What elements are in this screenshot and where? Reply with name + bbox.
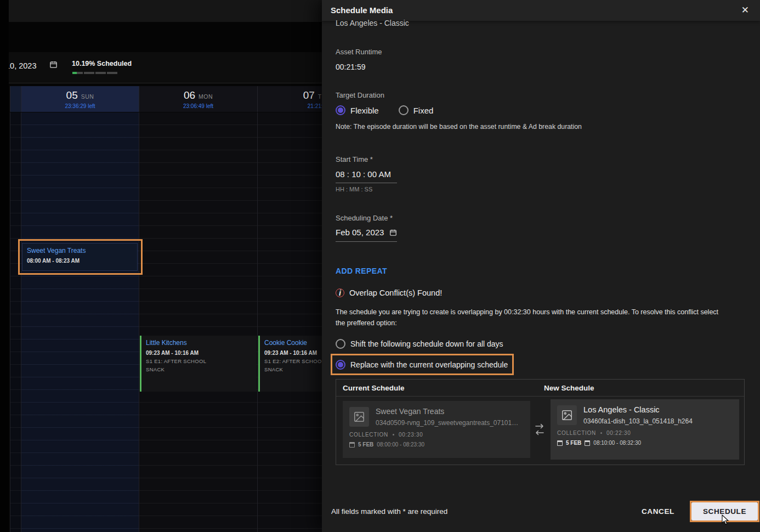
scheduling-date-input[interactable]: Feb 05, 2023 bbox=[336, 228, 397, 242]
app-window: 10, 2023 10.19% Scheduled 05 SUN 23:36:2… bbox=[0, 0, 760, 532]
event-time: 08:00 AM - 08:23 AM bbox=[27, 258, 133, 264]
option-shift-schedule[interactable]: Shift the following schedule down for al… bbox=[336, 339, 503, 349]
calendar-mini-icon bbox=[585, 440, 590, 446]
radio-fixed-icon[interactable] bbox=[399, 105, 409, 115]
current-schedule-card: Sweet Vegan Treats 034d0509-rvng_109_swe… bbox=[343, 401, 530, 458]
new-card-type: COLLECTION bbox=[557, 430, 596, 436]
asset-runtime-value: 00:21:59 bbox=[336, 63, 366, 71]
start-time-label: Start Time * bbox=[336, 155, 373, 163]
calendar-mini-icon bbox=[349, 442, 355, 448]
radio-flexible[interactable]: Flexible bbox=[336, 105, 379, 115]
start-time-input[interactable]: 08 : 10 : 00 AM bbox=[336, 169, 397, 183]
new-card-date: 5 FEB bbox=[566, 440, 581, 446]
radio-flexible-icon[interactable] bbox=[336, 105, 345, 115]
current-card-slot: 5 FEB 08:00:00 - 08:23:30 bbox=[349, 442, 524, 448]
calendar-mini-icon bbox=[557, 440, 563, 446]
event-little-kitchens[interactable]: Little Kitchens 09:23 AM - 10:16 AM S1 E… bbox=[140, 336, 257, 392]
radio-shift-icon[interactable] bbox=[336, 339, 345, 349]
duration-note: Note: The episode duration will be based… bbox=[336, 123, 582, 131]
start-time-hint: HH : MM : SS bbox=[336, 186, 372, 193]
warning-icon bbox=[336, 288, 344, 297]
option-shift-label: Shift the following schedule down for al… bbox=[350, 339, 503, 348]
modal-title: Schedule Media bbox=[331, 0, 393, 21]
channel-name: Los Angeles - Classic bbox=[336, 19, 409, 27]
target-duration-options: Flexible Fixed bbox=[336, 105, 433, 115]
event-episode-2: SNACK bbox=[146, 366, 252, 372]
day-number: 07 bbox=[303, 89, 315, 101]
event-title: Sweet Vegan Treats bbox=[27, 247, 133, 254]
dot-separator bbox=[393, 434, 394, 435]
calendar-date-label[interactable]: 10, 2023 bbox=[5, 61, 36, 70]
new-card-filename: 03460fa1-dish_103_la_051418_h264 bbox=[583, 417, 693, 425]
modal-header: Schedule Media ✕ bbox=[322, 0, 760, 21]
current-card-title: Sweet Vegan Treats bbox=[376, 407, 519, 416]
conflict-banner: Overlap Conflict(s) Found! bbox=[336, 288, 442, 297]
day-header-sunday[interactable]: 05 SUN 23:36:29 left bbox=[21, 86, 139, 112]
screenshot-torn-edge bbox=[0, 0, 9, 532]
conflict-description: The schedule you are trying to create is… bbox=[336, 307, 719, 329]
target-duration-label: Target Duration bbox=[336, 91, 384, 99]
date-picker-icon[interactable] bbox=[389, 229, 397, 236]
current-card-meta: COLLECTION 00:23:30 bbox=[349, 432, 524, 438]
current-card-date: 5 FEB bbox=[358, 442, 373, 448]
schedule-media-modal: Schedule Media ✕ Los Angeles - Classic A… bbox=[322, 0, 760, 532]
compare-panel-body: Sweet Vegan Treats 034d0509-rvng_109_swe… bbox=[336, 397, 744, 465]
option-replace-label: Replace with the current overlapping sch… bbox=[350, 360, 508, 369]
cancel-button[interactable]: CANCEL bbox=[642, 507, 674, 516]
scheduling-date-value: Feb 05, 2023 bbox=[336, 228, 384, 237]
add-repeat-link[interactable]: ADD REPEAT bbox=[336, 267, 387, 275]
option-replace-schedule[interactable]: Replace with the current overlapping sch… bbox=[336, 360, 508, 370]
new-card-slot: 5 FEB 08:10:00 - 08:32:30 bbox=[557, 440, 733, 446]
current-card-type: COLLECTION bbox=[349, 432, 388, 438]
radio-replace-icon[interactable] bbox=[336, 360, 345, 370]
asset-runtime-label: Asset Runtime bbox=[336, 48, 382, 56]
media-image-icon bbox=[557, 405, 577, 425]
dot-separator bbox=[600, 432, 602, 434]
day-column-sunday bbox=[21, 112, 139, 532]
annotation-box-schedule-button: SCHEDULE bbox=[690, 501, 759, 522]
conflict-title: Overlap Conflict(s) Found! bbox=[349, 288, 442, 297]
media-image-icon bbox=[349, 407, 369, 427]
day-number: 05 bbox=[66, 89, 78, 101]
new-schedule-header: New Schedule bbox=[544, 384, 594, 392]
time-left-label: 23:36:29 left bbox=[65, 103, 95, 109]
day-name: MON bbox=[198, 93, 213, 100]
close-icon[interactable]: ✕ bbox=[741, 4, 749, 16]
event-episode: S1 E1: AFTER SCHOOL bbox=[146, 358, 252, 364]
new-card-time: 08:10:00 - 08:32:30 bbox=[593, 440, 641, 446]
current-card-filename: 034d0509-rvng_109_sweetvegantreats_07101… bbox=[376, 419, 519, 427]
day-column-monday bbox=[139, 112, 257, 532]
day-number: 06 bbox=[184, 89, 195, 101]
current-card-time: 08:00:00 - 08:23:30 bbox=[377, 442, 424, 448]
schedule-button[interactable]: SCHEDULE bbox=[691, 502, 758, 520]
swap-icon bbox=[534, 422, 546, 439]
day-column-partial bbox=[10, 112, 21, 532]
event-title: Little Kitchens bbox=[146, 339, 252, 347]
time-left-label: 23:06:49 left bbox=[183, 103, 213, 109]
radio-fixed-label: Fixed bbox=[413, 106, 434, 115]
scheduled-progress-bar bbox=[72, 72, 117, 74]
event-sweet-vegan-treats[interactable]: Sweet Vegan Treats 08:00 AM - 08:23 AM bbox=[22, 243, 138, 271]
event-time: 09:23 AM - 10:16 AM bbox=[146, 350, 252, 356]
scheduled-percentage-label: 10.19% Scheduled bbox=[72, 60, 132, 67]
annotation-box-replace-option: Replace with the current overlapping sch… bbox=[331, 354, 514, 375]
radio-fixed[interactable]: Fixed bbox=[399, 105, 434, 115]
new-schedule-card: Los Angeles - Classic 03460fa1-dish_103_… bbox=[551, 399, 739, 460]
compare-panel-header: Current Schedule New Schedule bbox=[336, 380, 744, 397]
day-header-monday[interactable]: 06 MON 23:06:49 left bbox=[139, 86, 257, 112]
new-card-title: Los Angeles - Classic bbox=[583, 405, 693, 414]
new-card-meta: COLLECTION 00:22:30 bbox=[557, 430, 733, 436]
radio-flexible-label: Flexible bbox=[350, 106, 379, 115]
scheduling-date-label: Scheduling Date * bbox=[336, 214, 393, 222]
required-fields-note: All fields marked with * are required bbox=[331, 507, 447, 516]
calendar-picker-icon[interactable] bbox=[49, 60, 58, 71]
schedule-compare-panel: Current Schedule New Schedule Sweet Vega… bbox=[336, 379, 745, 465]
current-card-runtime: 00:23:30 bbox=[399, 432, 423, 438]
current-schedule-header: Current Schedule bbox=[343, 384, 544, 392]
day-name: SUN bbox=[81, 93, 94, 100]
day-header-partial bbox=[10, 86, 21, 112]
new-card-runtime: 00:22:30 bbox=[606, 430, 631, 436]
